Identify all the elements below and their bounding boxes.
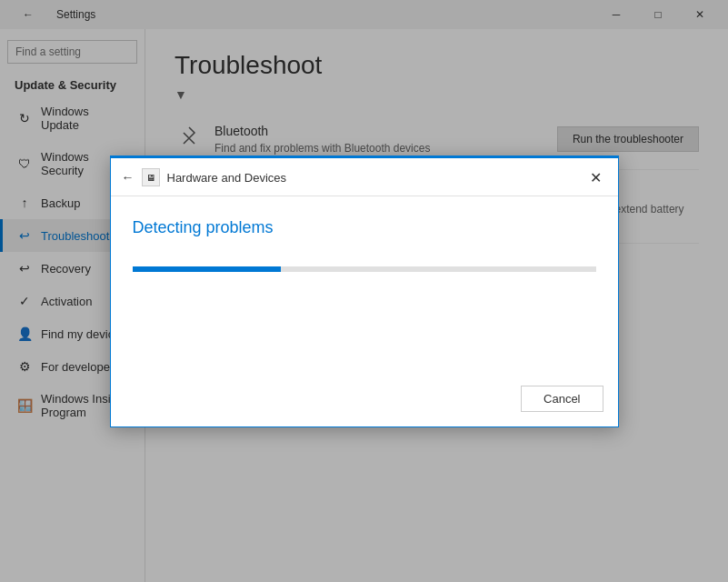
dialog-title-bar: ← 🖥 Hardware and Devices ✕ <box>111 158 618 196</box>
dialog-footer: Cancel <box>111 378 618 426</box>
dialog-title-text: Hardware and Devices <box>167 171 577 185</box>
dialog-back-button[interactable]: ← <box>122 170 135 185</box>
dialog-heading: Detecting problems <box>133 218 596 237</box>
dialog-app-icon: 🖥 <box>142 168 160 186</box>
troubleshooter-dialog: ← 🖥 Hardware and Devices ✕ Detecting pro… <box>110 156 619 427</box>
cancel-button[interactable]: Cancel <box>521 386 603 412</box>
dialog-close-button[interactable]: ✕ <box>584 167 607 188</box>
dialog-overlay: ← 🖥 Hardware and Devices ✕ Detecting pro… <box>0 0 728 582</box>
dialog-body: Detecting problems <box>111 196 618 378</box>
progress-bar <box>133 266 281 272</box>
progress-container <box>133 266 596 272</box>
